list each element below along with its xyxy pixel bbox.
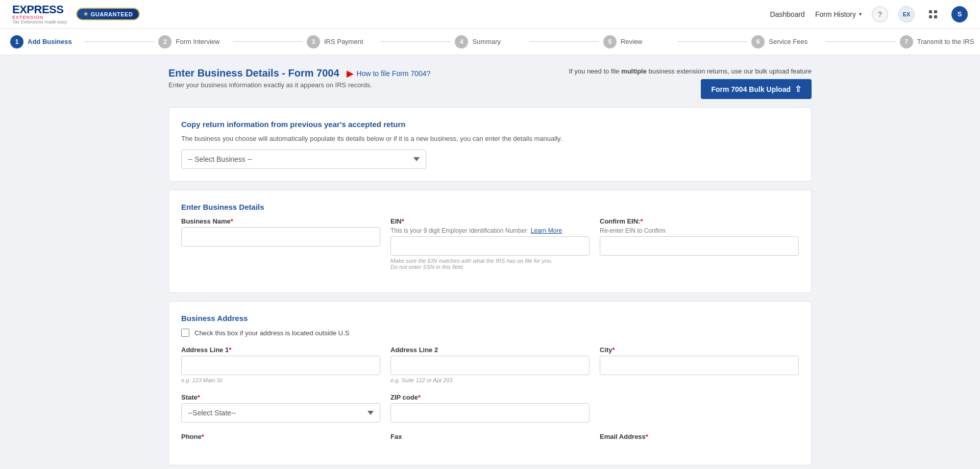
addr2-input[interactable] xyxy=(390,356,590,375)
business-name-group: Business Name* xyxy=(181,217,380,270)
step-label-4: Summary xyxy=(472,38,501,45)
header-nav: Dashboard Form History ▾ ? EX S xyxy=(770,6,968,22)
phone-group: Phone* xyxy=(181,433,380,442)
step-circle-7: 7 xyxy=(900,35,913,48)
business-address-card: Business Address Check this box if your … xyxy=(168,301,812,465)
logo-express: EXPRESS xyxy=(12,4,67,15)
copy-return-card: Copy return information from previous ye… xyxy=(168,107,812,182)
addr1-input[interactable] xyxy=(181,356,380,375)
bulk-note-bold: multiple xyxy=(621,67,647,75)
step-7[interactable]: 7 Transmit to the IRS xyxy=(900,35,970,48)
step-3[interactable]: 3 IRS Payment xyxy=(307,35,377,48)
ein-note: Make sure the EIN matches with what the … xyxy=(390,258,590,270)
svg-rect-3 xyxy=(934,15,937,18)
logo-tagline: Tax Extensions made easy xyxy=(12,20,67,24)
svg-rect-1 xyxy=(934,10,937,13)
business-name-row: Business Name* EIN* This is your 9 digit… xyxy=(181,217,799,270)
question-icon: ? xyxy=(878,10,882,18)
step-label-6: Service Fees xyxy=(769,38,807,45)
step-line-5 xyxy=(677,41,747,42)
step-circle-1: 1 xyxy=(10,35,23,48)
upload-icon: ⇧ xyxy=(795,84,801,94)
step-circle-6: 6 xyxy=(751,35,765,48)
copy-return-title: Copy return information from previous ye… xyxy=(181,120,799,129)
step-circle-5: 5 xyxy=(603,35,617,48)
page-title-row: Enter Business Details - Form 7004 ▶ How… xyxy=(168,67,812,99)
step-5[interactable]: 5 Review xyxy=(603,35,673,48)
required-star-ein: * xyxy=(402,217,404,225)
zip-input[interactable] xyxy=(390,403,590,423)
step-line-6 xyxy=(826,41,896,42)
addr1-group: Address Line 1* e.g. 123 Main St xyxy=(181,346,380,383)
svg-rect-2 xyxy=(929,15,932,18)
step-label-1: Add Business xyxy=(28,38,72,45)
page-subtitle: Enter your business information exactly … xyxy=(168,81,430,89)
ein-learn-more-link[interactable]: Learn More xyxy=(531,227,562,234)
avatar-letter: S xyxy=(958,10,962,18)
step-label-7: Transmit to the IRS xyxy=(917,38,974,45)
zip-group: ZIP code* xyxy=(390,393,590,423)
step-circle-4: 4 xyxy=(455,35,468,48)
addr2-group: Address Line 2 e.g. Suite 122 or Apt 203 xyxy=(390,346,590,383)
chevron-down-icon: ▾ xyxy=(859,11,862,17)
state-zip-row: State* --Select State-- ZIP code* xyxy=(181,393,799,423)
page-title: Enter Business Details - Form 7004 xyxy=(168,67,339,79)
star-icon: ★ xyxy=(83,11,89,17)
step-line-2 xyxy=(233,41,303,42)
email-group: Email Address* xyxy=(600,433,799,442)
ein-group: EIN* This is your 9 digit Employer Ident… xyxy=(390,217,590,270)
bulk-upload-note: If you need to file multiple business ex… xyxy=(569,67,812,75)
extra-icon-button[interactable]: EX xyxy=(898,6,915,22)
addr2-hint: e.g. Suite 122 or Apt 203 xyxy=(390,377,590,383)
outside-us-checkbox[interactable] xyxy=(181,329,189,337)
step-4[interactable]: 4 Summary xyxy=(455,35,525,48)
confirm-ein-input[interactable] xyxy=(600,236,799,256)
dashboard-link[interactable]: Dashboard xyxy=(770,10,805,18)
ein-input[interactable] xyxy=(390,236,590,256)
business-name-input[interactable] xyxy=(181,227,380,246)
state-select[interactable]: --Select State-- xyxy=(181,403,380,423)
state-group: State* --Select State-- xyxy=(181,393,380,423)
youtube-icon: ▶ xyxy=(347,68,354,79)
ein-hint: This is your 9 digit Employer Identifica… xyxy=(390,227,590,234)
confirm-ein-hint: Re-enter EIN to Confirm xyxy=(600,227,799,234)
fax-group: Fax xyxy=(390,433,590,442)
business-name-label: Business Name* xyxy=(181,217,380,225)
city-input[interactable] xyxy=(600,356,799,375)
required-star-confirm-ein: * xyxy=(640,217,643,225)
yt-link[interactable]: ▶ How to file Form 7004? xyxy=(347,68,431,79)
ein-label: EIN* xyxy=(390,217,590,225)
help-button[interactable]: ? xyxy=(872,6,888,22)
step-label-2: Form Interview xyxy=(176,38,219,45)
phone-label: Phone* xyxy=(181,433,380,440)
stepper: 1 Add Business 2 Form Interview 3 IRS Pa… xyxy=(0,29,980,55)
city-label: City* xyxy=(600,346,799,354)
business-details-card: Enter Business Details Business Name* EI… xyxy=(168,190,812,293)
step-1[interactable]: 1 Add Business xyxy=(10,35,80,48)
step-circle-2: 2 xyxy=(158,35,172,48)
form-history-label: Form History xyxy=(815,10,856,18)
step-label-5: Review xyxy=(621,38,643,45)
step-6[interactable]: 6 Service Fees xyxy=(751,35,821,48)
step-2[interactable]: 2 Form Interview xyxy=(158,35,228,48)
form-history-dropdown[interactable]: Form History ▾ xyxy=(815,10,862,18)
extra-icon-label: EX xyxy=(903,11,911,17)
state-label: State* xyxy=(181,393,380,401)
step-circle-3: 3 xyxy=(307,35,320,48)
fax-label: Fax xyxy=(390,433,590,440)
select-business-dropdown[interactable]: -- Select Business -- xyxy=(181,150,426,169)
logo-text: EXPRESS EXTENSION Tax Extensions made ea… xyxy=(12,4,67,24)
bulk-upload-area: If you need to file multiple business ex… xyxy=(569,67,812,99)
required-star: * xyxy=(231,217,233,225)
grid-icon-button[interactable] xyxy=(925,6,941,22)
step-line-4 xyxy=(529,41,599,42)
bulk-upload-button[interactable]: Form 7004 Bulk Upload ⇧ xyxy=(701,79,812,99)
email-label: Email Address* xyxy=(600,433,799,440)
addr1-label: Address Line 1* xyxy=(181,346,380,354)
guaranteed-badge: ★ GUARANTEED xyxy=(76,8,140,20)
header: EXPRESS EXTENSION Tax Extensions made ea… xyxy=(0,0,980,29)
guaranteed-label: GUARANTEED xyxy=(91,11,133,17)
confirm-ein-label: Confirm EIN:* xyxy=(600,217,799,225)
user-avatar[interactable]: S xyxy=(951,6,968,22)
step-line-1 xyxy=(84,41,154,42)
